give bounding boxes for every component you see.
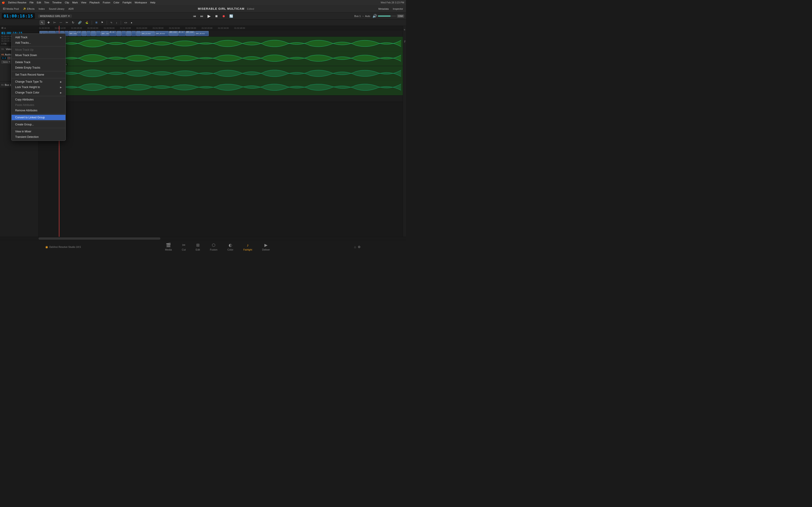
menu-fusion[interactable]: Fusion (103, 1, 110, 4)
video-clip[interactable] (96, 31, 101, 36)
playhead[interactable] (59, 26, 59, 30)
video-clip[interactable]: JBR_01.mov (141, 31, 155, 36)
menu-fairlight[interactable]: Fairlight (122, 1, 132, 4)
timeline-selector[interactable]: MISERABLE GIRL EDIT ▼ (38, 14, 71, 18)
video-clip[interactable]: JB...ov (109, 31, 116, 36)
effects-button[interactable]: ✨ Effects (22, 7, 36, 11)
timeline-scrollbar[interactable] (0, 237, 406, 240)
menu-item-change-type[interactable]: Change Track Type To ▶ (11, 79, 65, 84)
record-arm-button[interactable]: R (7, 57, 11, 60)
menu-mark[interactable]: Mark (72, 1, 78, 4)
record-button[interactable]: ⏺ (221, 14, 226, 18)
volume-icon[interactable]: 🔊 (372, 14, 377, 18)
flag-tool[interactable]: ⛳ (84, 20, 90, 24)
cut-tool[interactable]: ✂ (64, 20, 69, 25)
menu-item-add-tracks[interactable]: Add Tracks... (11, 40, 65, 46)
audio1-track-content-upper[interactable]: Miserable Girl Final Mix.aif - L (39, 37, 403, 66)
index-button[interactable]: Index (37, 7, 46, 11)
smooth-tool[interactable]: 〰 (58, 21, 63, 24)
menu-item-delete-empty[interactable]: Delete Empty Tracks (11, 65, 65, 70)
play-reverse-button[interactable]: ⏭ (199, 14, 205, 18)
video-clip[interactable] (136, 31, 141, 36)
tab-cut[interactable]: ✂ Cut (179, 242, 188, 252)
loop-button[interactable]: 🔄 (228, 14, 234, 18)
video-clip[interactable]: JBR....mov (101, 31, 109, 36)
menu-item-add-track[interactable]: Add Track ▶ (11, 35, 65, 40)
menu-item-create-group[interactable]: Create Group... (11, 122, 65, 127)
waveform-btn[interactable]: ∿ (109, 20, 113, 24)
link-tool[interactable]: 🔗 (77, 20, 83, 25)
adr-button[interactable]: ADR (67, 7, 75, 11)
menu-item-delete-track[interactable]: Delete Track (11, 60, 65, 65)
clip-flag-btn[interactable]: ⚑ (100, 20, 104, 24)
video-clip[interactable]: JBR...mov (186, 31, 195, 36)
video-clip[interactable]: JBR_06.mov (195, 31, 209, 36)
menu-playback[interactable]: Playback (90, 1, 100, 4)
menu-file[interactable]: File (30, 1, 34, 4)
menu-timeline[interactable]: Timeline (52, 1, 62, 4)
menu-color[interactable]: Color (113, 1, 119, 4)
dim-label[interactable]: DIM (397, 14, 404, 18)
video-clip[interactable]: JBR_06.mov (155, 31, 169, 36)
video-clip[interactable] (132, 31, 136, 36)
menu-clip[interactable]: Clip (65, 1, 69, 4)
menu-item-change-color[interactable]: Change Track Color ▶ (11, 90, 65, 95)
video-clip[interactable] (121, 31, 126, 36)
video-clip[interactable]: JB...ov (178, 31, 186, 36)
tab-fusion[interactable]: ⬡ Fusion (207, 242, 220, 252)
scroll-thumb[interactable] (39, 237, 160, 240)
tab-fairlight[interactable]: ♪ Fairlight (241, 242, 255, 252)
menu-edit[interactable]: Edit (37, 1, 41, 4)
list-icon[interactable]: ≡ (4, 27, 6, 30)
menu-item-set-name[interactable]: Set Track Record Name (11, 72, 65, 77)
menu-item-transient[interactable]: Transient Detection (11, 134, 65, 139)
video-clip[interactable] (126, 31, 131, 36)
bus1-track-content[interactable] (39, 96, 403, 102)
video-clip[interactable] (91, 31, 96, 36)
settings-icon[interactable]: ⚙ (358, 245, 361, 249)
grid-icon[interactable]: ⊞ (1, 26, 3, 30)
menu-item-lock-height[interactable]: Lock Track Height to ▶ (11, 84, 65, 90)
pitch-btn[interactable]: ↕ (115, 21, 118, 24)
video-clip[interactable] (87, 31, 91, 36)
snap-toggle[interactable]: ⊞ (94, 20, 99, 24)
home-icon[interactable]: ⌂ (354, 245, 356, 249)
audio1-track-content-lower[interactable]: ...l Mix.aif - R (39, 66, 403, 96)
play-button[interactable]: ▶ (206, 13, 212, 19)
inspector-button[interactable]: Inspector (392, 7, 404, 11)
razor-tool[interactable]: ⊢ (52, 20, 57, 25)
menu-item-move-up[interactable]: Move Track Up (11, 47, 65, 53)
tab-deliver[interactable]: ▶ Deliver (259, 242, 272, 252)
go-to-start-button[interactable]: ⏮ (192, 14, 197, 18)
menu-item-remove-attrs[interactable]: Remove Attributes (11, 108, 65, 113)
select-tool[interactable]: ↖ (40, 20, 45, 25)
menu-item-move-down[interactable]: Move Track Down (11, 53, 65, 58)
menu-item-copy-attrs[interactable]: Copy Attributes (11, 97, 65, 102)
apple-icon[interactable]: 🍎 (2, 1, 5, 4)
media-pool-button[interactable]: 🎞 Media Pool (2, 7, 20, 11)
code-view-btn[interactable]: <> (123, 21, 129, 24)
tab-media[interactable]: 🎬 Media (162, 242, 174, 252)
menu-item-convert-linked[interactable]: Convert to Linked Group (11, 115, 65, 120)
arc-tool[interactable]: ↻ (71, 20, 75, 25)
metadata-button[interactable]: Metadata (377, 7, 390, 11)
menu-view[interactable]: View (81, 1, 86, 4)
menu-item-view-mixer[interactable]: View in Mixer (11, 129, 65, 134)
dot-btn[interactable]: ● (130, 21, 134, 24)
stop-button[interactable]: ⏹ (214, 14, 219, 18)
menu-item-paste-attrs[interactable]: Paste Attributes (11, 102, 65, 108)
sound-library-button[interactable]: Sound Library (48, 7, 65, 11)
tab-color[interactable]: ◐ Color (225, 242, 236, 252)
tab-edit[interactable]: ⊞ Edit (193, 242, 203, 252)
menu-trim[interactable]: Trim (44, 1, 49, 4)
master-volume-slider[interactable] (378, 15, 396, 17)
audio1-db[interactable]: 0.0 (1, 57, 7, 60)
video-clip[interactable]: J...v (77, 31, 82, 36)
menu-workspace[interactable]: Workspace (135, 1, 147, 4)
video-track-content[interactable]: JB...ov JBR...mov J...v JBR....mov JB...… (39, 30, 403, 37)
preset-selector[interactable]: None ▼ (1, 60, 12, 64)
video-clip[interactable]: JBR...mov (169, 31, 178, 36)
video-clip[interactable]: JBR...mov (69, 31, 77, 36)
menu-help[interactable]: Help (150, 1, 155, 4)
menu-davinci[interactable]: DaVinci Resolve (8, 1, 27, 4)
